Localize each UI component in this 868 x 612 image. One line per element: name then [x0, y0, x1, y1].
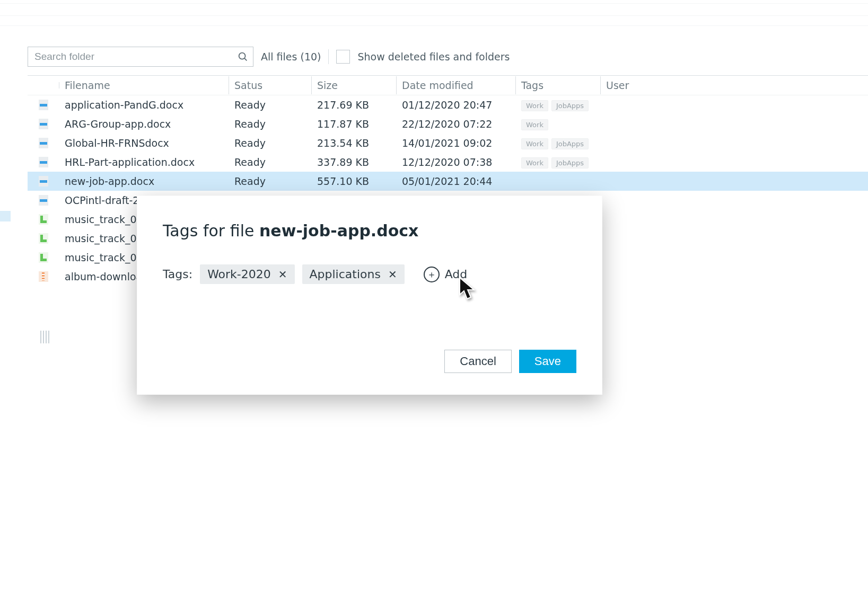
- cell-filename: HRL-Part-application.docx: [59, 155, 229, 170]
- file-type-icon: [28, 98, 59, 112]
- cell-user: [601, 180, 686, 183]
- cell-status: Ready: [229, 97, 312, 112]
- dialog-actions: Cancel Save: [444, 350, 576, 373]
- cell-user: [601, 122, 686, 126]
- tags-label: Tags:: [163, 268, 192, 281]
- cell-user: [601, 275, 686, 278]
- cell-modified: 05/01/2021 20:44: [397, 174, 516, 189]
- dialog-tag-label: Applications: [310, 268, 381, 281]
- tags-dialog: Tags for file new-job-app.docx Tags: Wor…: [137, 196, 602, 395]
- tag-chip[interactable]: Work: [521, 138, 548, 149]
- table-row[interactable]: Global-HR-FRNSdocxReady213.54 KB14/01/20…: [28, 134, 868, 153]
- cell-size: 337.89 KB: [312, 155, 397, 170]
- dialog-title-prefix: Tags for file: [163, 221, 259, 240]
- col-user[interactable]: User: [601, 76, 686, 94]
- file-type-icon: [28, 155, 59, 169]
- toolbar-separator: [328, 49, 329, 64]
- remove-tag-icon[interactable]: ✕: [278, 268, 287, 281]
- dialog-title-filename: new-job-app.docx: [259, 221, 419, 240]
- panel-resize-handle[interactable]: [40, 331, 49, 343]
- ghost-toolbar-lines: [0, 3, 868, 16]
- search-field-wrapper[interactable]: [28, 47, 253, 67]
- search-input[interactable]: [33, 50, 237, 63]
- table-row[interactable]: application-PandG.docxReady217.69 KB01/1…: [28, 95, 868, 114]
- cell-modified: 14/01/2021 09:02: [397, 136, 516, 150]
- col-icon: [28, 82, 59, 88]
- cell-status: Ready: [229, 174, 312, 189]
- cell-size: 557.10 KB: [312, 174, 397, 189]
- cell-filename: application-PandG.docx: [59, 97, 229, 112]
- cell-filename: ARG-Group-app.docx: [59, 117, 229, 131]
- file-type-icon: [28, 270, 59, 283]
- left-gutter-selection-indicator: [0, 211, 11, 221]
- ghost-toolbar-line-2: [0, 25, 868, 26]
- col-modified[interactable]: Date modified: [397, 76, 516, 94]
- tags-row: Tags: Work-2020✕Applications✕ ＋ Add: [163, 264, 576, 284]
- file-type-icon: [28, 232, 59, 245]
- tag-chip[interactable]: JobApps: [551, 157, 589, 168]
- tag-chip[interactable]: Work: [521, 100, 548, 111]
- cell-modified: 12/12/2020 07:38: [397, 155, 516, 170]
- cell-size: 213.54 KB: [312, 136, 397, 150]
- file-type-icon: [28, 212, 59, 226]
- file-type-icon: [28, 136, 59, 150]
- cell-status: Ready: [229, 136, 312, 150]
- svg-point-0: [239, 53, 246, 59]
- cell-tags: WorkJobApps: [516, 154, 601, 170]
- cell-size: 117.87 KB: [312, 117, 397, 131]
- dialog-title: Tags for file new-job-app.docx: [163, 221, 576, 240]
- col-size[interactable]: Size: [312, 76, 397, 94]
- dialog-tag-pill: Work-2020✕: [200, 264, 294, 284]
- cancel-button[interactable]: Cancel: [444, 350, 511, 373]
- remove-tag-icon[interactable]: ✕: [388, 268, 397, 281]
- svg-line-1: [244, 58, 247, 60]
- tag-chip[interactable]: Work: [521, 119, 548, 130]
- show-deleted-label[interactable]: Show deleted files and folders: [357, 51, 510, 63]
- col-tags[interactable]: Tags: [516, 76, 601, 94]
- cell-user: [601, 237, 686, 240]
- folder-toolbar: All files (10) Show deleted files and fo…: [28, 47, 868, 67]
- plus-icon: ＋: [424, 267, 440, 282]
- cell-status: Ready: [229, 117, 312, 131]
- add-tag-label: Add: [445, 268, 468, 281]
- cell-user: [601, 161, 686, 164]
- file-table-header: Filename Satus Size Date modified Tags U…: [28, 76, 868, 95]
- cell-tags: [516, 180, 601, 183]
- add-tag-button[interactable]: ＋ Add: [424, 267, 468, 282]
- cell-size: 217.69 KB: [312, 97, 397, 112]
- table-row[interactable]: new-job-app.docxReady557.10 KB05/01/2021…: [28, 172, 868, 191]
- table-row[interactable]: HRL-Part-application.docxReady337.89 KB1…: [28, 153, 868, 172]
- cell-status: Ready: [229, 155, 312, 170]
- cell-user: [601, 103, 686, 107]
- cell-filename: Global-HR-FRNSdocx: [59, 136, 229, 150]
- tag-chip[interactable]: JobApps: [551, 100, 589, 111]
- file-type-icon: [28, 117, 59, 131]
- file-count-filter[interactable]: All files (10): [261, 51, 321, 63]
- cell-tags: WorkJobApps: [516, 97, 601, 113]
- cell-user: [601, 199, 686, 202]
- col-filename[interactable]: Filename: [59, 76, 229, 94]
- cell-modified: 22/12/2020 07:22: [397, 117, 516, 131]
- cell-filename: new-job-app.docx: [59, 174, 229, 189]
- save-button[interactable]: Save: [519, 350, 576, 373]
- table-row[interactable]: ARG-Group-app.docxReady117.87 KB22/12/20…: [28, 114, 868, 134]
- tag-chip[interactable]: JobApps: [551, 138, 589, 149]
- file-type-icon: [28, 251, 59, 264]
- cell-tags: Work: [516, 116, 601, 132]
- show-deleted-checkbox[interactable]: [336, 50, 350, 64]
- dialog-tag-pill: Applications✕: [302, 264, 405, 284]
- search-icon[interactable]: [237, 51, 249, 63]
- cell-user: [601, 141, 686, 145]
- cell-modified: 01/12/2020 20:47: [397, 97, 516, 112]
- cell-tags: WorkJobApps: [516, 135, 601, 151]
- tag-chip[interactable]: Work: [521, 157, 548, 168]
- cell-user: [601, 218, 686, 221]
- col-status[interactable]: Satus: [229, 76, 312, 94]
- cell-user: [601, 256, 686, 259]
- current-tags: Work-2020✕Applications✕: [200, 264, 405, 284]
- file-type-icon: [28, 174, 59, 188]
- file-type-icon: [28, 193, 59, 207]
- dialog-tag-label: Work-2020: [207, 268, 271, 281]
